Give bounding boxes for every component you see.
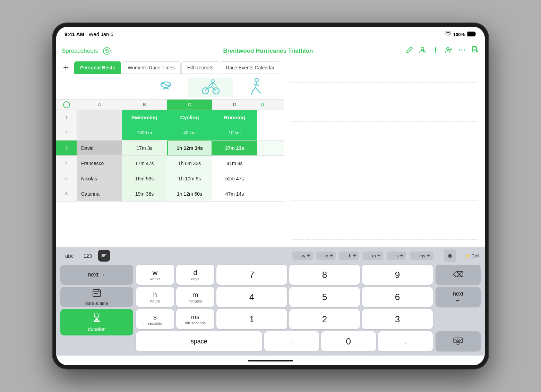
kbd-row-3: s seconds ms milliseconds 1 2 3 [136,309,433,329]
undo-button[interactable] [102,46,112,56]
cell-b2[interactable]: 1500 m [122,125,167,140]
col-header-b[interactable]: B [122,100,167,110]
duration-button[interactable]: duration [60,309,133,335]
mod-seconds-plus[interactable]: + [400,253,403,259]
mod-hours-minus[interactable]: — [342,253,347,259]
key-milliseconds[interactable]: ms milliseconds [176,309,214,329]
key-seconds[interactable]: s seconds [136,309,174,329]
duration-keyboard-icon[interactable] [98,250,110,262]
key-5[interactable]: 5 [289,287,360,307]
cell-d3[interactable]: 37m 23s [212,140,257,155]
key-2[interactable]: 2 [289,309,360,329]
cell-b1[interactable]: Swimming [122,110,167,125]
mod-seconds-minus[interactable]: — [389,253,395,259]
key-4[interactable]: 4 [216,287,287,307]
key-days[interactable]: d days [176,265,214,285]
mod-days-plus[interactable]: + [330,253,333,259]
cell-a3[interactable]: David [77,140,122,155]
more-icon[interactable] [458,46,466,56]
chart-area [284,75,485,247]
cell-d6[interactable]: 47m 14s [212,186,257,201]
row-num-5: 5 [56,171,77,186]
cell-a6[interactable]: Catarina [77,186,122,201]
num-mode-button[interactable]: 123 [80,252,95,260]
key-1[interactable]: 1 [216,309,287,329]
key-minus[interactable]: – [264,331,319,351]
tools-icon[interactable] [471,46,479,56]
mod-hours[interactable]: — h + [339,252,359,260]
add-tab-button[interactable] [60,62,71,73]
cell-c4[interactable]: 1h 6m 33s [167,156,212,171]
key-space[interactable]: space [136,331,262,351]
wifi-icon [445,32,451,37]
next-button[interactable]: next → [60,265,133,285]
key-hours[interactable]: h hours [136,287,174,307]
mod-hours-plus[interactable]: + [353,253,356,259]
mod-days[interactable]: — d + [316,252,336,260]
mod-weeks-plus[interactable]: + [307,253,310,259]
svg-rect-19 [96,293,98,294]
cell-c2[interactable]: 40 km [167,125,212,140]
col-header-a[interactable]: A [77,100,122,110]
formula-button[interactable]: ⊜ [444,249,456,262]
annotate-icon[interactable] [405,46,413,56]
mod-weeks-minus[interactable]: — [295,253,301,259]
backspace-button[interactable]: ⌫ [436,265,481,285]
tab-personal-bests[interactable]: Personal Bests [74,61,121,74]
key-dot[interactable]: . [378,331,433,351]
cell-b4[interactable]: 17m 47s [122,156,167,171]
cell-c3[interactable]: 1h 12m 34s [167,140,212,155]
cell-b6[interactable]: 19m 38s [122,186,167,201]
cell-d4[interactable]: 41m 8s [212,156,257,171]
tab-hill-repeats[interactable]: Hill Repeats [181,61,219,74]
sport-icon-swimming [143,79,188,95]
add-icon[interactable] [431,46,440,56]
spreadsheets-back-link[interactable]: Spreadsheets [62,48,98,54]
key-6[interactable]: 6 [362,287,433,307]
cell-c1[interactable]: Cycling [167,110,212,125]
cell-d1[interactable]: Running [212,110,257,125]
key-3[interactable]: 3 [362,309,433,329]
mod-ms-minus[interactable]: — [412,253,418,259]
mod-minutes[interactable]: — m + [362,252,383,260]
key-0[interactable]: 0 [321,331,376,351]
mod-ms[interactable]: — ms + [410,252,433,260]
mod-minutes-minus[interactable]: — [365,253,371,259]
col-header-d[interactable]: D [212,100,257,110]
key-7[interactable]: 7 [216,265,287,285]
freeze-handle[interactable]: ⏸ [257,102,268,108]
cell-d2[interactable]: 10 km [212,125,257,140]
nav-right-icons [405,46,479,56]
abc-mode-button[interactable]: abc [62,252,77,260]
hide-keyboard-button[interactable] [436,331,481,351]
tab-womens-race-times[interactable]: Women's Race Times [122,61,180,74]
mod-ms-plus[interactable]: + [427,253,430,259]
key-9[interactable]: 9 [362,265,433,285]
table-row: 2 1500 m 40 km 10 km [56,125,284,140]
date-time-button[interactable]: date & time [60,287,133,307]
list-icon[interactable] [418,46,427,56]
cell-b3[interactable]: 17m 3s [122,140,167,155]
mod-minutes-plus[interactable]: + [377,253,380,259]
row-num-2: 2 [56,125,77,140]
cell-a4[interactable]: Francesco [77,156,122,171]
cell-a1[interactable] [77,110,122,125]
cell-c6[interactable]: 1h 12m 50s [167,186,212,201]
cell-b5[interactable]: 16m 53s [122,171,167,186]
cell-a5[interactable]: Nicolas [77,171,122,186]
share-icon[interactable] [445,46,453,56]
cell-button[interactable]: ⚡ Cell [465,253,479,258]
mod-days-minus[interactable]: — [319,253,325,259]
col-header-c[interactable]: C [167,100,212,110]
cell-c5[interactable]: 1h 10m 9s [167,171,212,186]
next-return-button[interactable]: next ↵ [436,287,481,307]
keyboard-main: next → date & time [60,265,481,351]
key-8[interactable]: 8 [289,265,360,285]
cell-d5[interactable]: 52m 47s [212,171,257,186]
tab-race-events[interactable]: Race Events Calendar [220,61,280,74]
key-weeks[interactable]: w weeks [136,265,174,285]
mod-seconds[interactable]: — s + [387,252,406,260]
mod-weeks[interactable]: — w + [292,252,313,260]
key-minutes[interactable]: m minutes [176,287,214,307]
cell-a2[interactable] [77,125,122,140]
